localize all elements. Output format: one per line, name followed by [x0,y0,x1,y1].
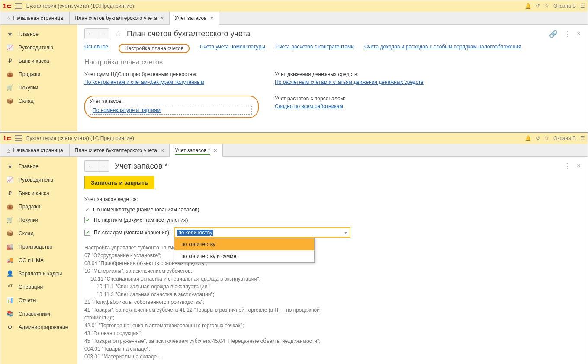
link-tab-settings[interactable]: Настройка плана счетов [119,44,190,53]
tab-inventory-mod[interactable]: Учет запасов * × [170,144,223,157]
sidebar-icon: 👤 [6,270,13,277]
sidebar-item[interactable]: ★Главное [0,27,77,41]
chevron-down-icon[interactable]: ▾ [341,228,350,237]
dropdown-option-qty-sum[interactable]: по количеству и сумме [174,250,314,262]
label-by-nomen: По номенклатуре (наименованиям запасов) [93,207,199,213]
store-mode-select[interactable]: по количеству ▾ [174,227,350,238]
home-tab[interactable]: ⌂ Начальная страница [0,12,70,24]
inv-link[interactable]: По номенклатуре и партиям [90,106,252,115]
nds-link[interactable]: По контрагентам и счетам-фактурам получе… [84,79,204,85]
sidebar-icon: ★ [6,31,13,37]
dropdown-option-qty[interactable]: по количеству [174,238,314,250]
sidebar-item-label: Главное [19,31,39,37]
user-label[interactable]: Оксана В [553,135,576,141]
tab-label: План счетов бухгалтерского учета [75,15,157,21]
sidebar-item[interactable]: 📦Склад [0,94,77,108]
sidebar-item[interactable]: 📈Руководителю [0,173,77,186]
user-label[interactable]: Оксана В [553,3,576,9]
tab-label: Учет запасов [175,15,207,21]
titlebar-actions: 🔔 ↺ ☆ Оксана В ☰ [525,3,585,9]
sidebar-item[interactable]: 🚚ОС и НМА [0,253,77,267]
sidebar-item[interactable]: 🏭Производство [0,240,77,253]
close-icon[interactable]: × [577,162,581,170]
sidebar-item[interactable]: 🛒Покупки [0,81,77,94]
save-close-button[interactable]: Записать и закрыть [84,176,154,189]
link-tab-counter[interactable]: Счета расчетов с контрагентами [276,44,354,53]
label-by-party: По партиям (документам поступления) [94,217,188,223]
sidebar-item[interactable]: 🛒Покупки [0,213,77,227]
history-icon[interactable]: ↺ [536,135,540,141]
desc-line: 003.01 "Материалы на складе". [84,353,344,361]
sidebar-item[interactable]: ★Главное [0,160,77,173]
link-tab-tax[interactable]: Счета доходов и расходов с особым порядк… [364,44,521,53]
sidebar-icon: 🏭 [6,243,13,250]
favorite-icon[interactable]: ☆ [115,29,122,38]
sidebar-item-label: Зарплата и кадры [19,271,62,277]
checkbox-by-store[interactable] [84,230,90,236]
inventory-highlight: Учет запасов: По номенклатуре и партиям [84,96,259,118]
desc-line: 10.11.1 "Специальная одежда в эксплуатац… [84,283,344,291]
home-tab[interactable]: ⌂ Начальная страница [0,144,70,156]
tab-plan[interactable]: План счетов бухгалтерского учета × [70,144,170,156]
close-icon[interactable]: × [161,147,164,154]
desc-line: 10.11 "Специальная оснастка и специальна… [84,275,344,283]
main-menu-icon[interactable] [15,3,22,9]
star-icon[interactable]: ☆ [544,3,549,9]
window-top: 1⊂ Бухгалтерия (счета учета) (1С:Предпри… [0,0,588,131]
sidebar-item[interactable]: ⚙Администрирование [0,320,77,334]
close-icon[interactable]: × [577,30,581,38]
sidebar-icon: 📚 [6,310,13,317]
sidebar-item[interactable]: 📈Руководителю [0,41,77,54]
sidebar-item[interactable]: 👜Продажи [0,200,77,213]
bell-icon[interactable]: 🔔 [525,135,531,141]
logo-1c: 1⊂ [3,135,12,142]
window-menu-icon[interactable]: ☰ [580,3,585,9]
sidebar-item[interactable]: ₽Банк и касса [0,186,77,200]
link-icon[interactable]: 🔗 [549,30,558,38]
cash-link[interactable]: По расчетным счетам и статьям движения д… [275,79,424,85]
titlebar-actions: 🔔 ↺ ☆ Оксана В ☰ [525,135,585,141]
history-icon[interactable]: ↺ [536,3,540,9]
checkbox-by-party[interactable] [84,217,90,223]
section-title: Настройка плана счетов [84,58,581,66]
nav-back[interactable]: ← [85,161,97,171]
home-icon: ⌂ [6,147,10,154]
sidebar-item-label: Склад [19,98,34,104]
sidebar-item[interactable]: 👜Продажи [0,67,77,81]
nav-back[interactable]: ← [85,29,97,39]
bell-icon[interactable]: 🔔 [525,3,531,9]
sidebar-item[interactable]: 📦Склад [0,227,77,240]
close-icon[interactable]: × [161,15,164,22]
sidebar-item[interactable]: ₽Банк и касса [0,54,77,67]
sidebar-icon: 👜 [6,71,13,77]
pers-link[interactable]: Сводно по всем работникам [275,103,343,109]
sidebar-item[interactable]: 📚Справочники [0,307,77,320]
sidebar-item-label: Склад [19,230,34,236]
main-menu-icon[interactable] [15,135,22,141]
row-by-store: По складам (местам хранения): по количес… [84,227,581,238]
close-icon[interactable]: × [210,15,214,22]
close-icon[interactable]: × [214,147,217,154]
logo-1c: 1⊂ [3,3,12,10]
sidebar-icon: 📦 [6,98,13,104]
tab-label: Учет запасов * [175,147,210,153]
window-menu-icon[interactable]: ☰ [580,135,585,141]
desc-line: 41 "Товары", за исключением субсчета 41.… [84,306,344,322]
titlebar: 1⊂ Бухгалтерия (счета учета) (1С:Предпри… [0,0,588,12]
link-tab-nomen[interactable]: Счета учета номенклатуры [200,44,265,53]
kebab-icon[interactable]: ⋮ [564,162,571,170]
star-icon[interactable]: ☆ [544,135,549,141]
tab-plan[interactable]: План счетов бухгалтерского учета × [70,12,170,24]
sidebar-item-label: Банк и касса [19,58,49,64]
link-tab-main[interactable]: Основное [84,44,108,53]
sidebar-icon: 📊 [6,297,13,303]
dropdown: по количеству по количеству и сумме [174,238,315,263]
page-title: План счетов бухгалтерского учета [127,29,250,38]
sidebar-item[interactable]: 👤Зарплата и кадры [0,267,77,280]
sidebar-item[interactable]: ᴬᵀОперации [0,280,77,294]
sidebar-item-label: ОС и НМА [19,257,44,263]
tab-inventory[interactable]: Учет запасов × [170,12,219,25]
kebab-icon[interactable]: ⋮ [564,30,571,38]
sidebar-item[interactable]: 📊Отчеты [0,294,77,307]
tabbar: ⌂ Начальная страница План счетов бухгалт… [0,12,588,25]
